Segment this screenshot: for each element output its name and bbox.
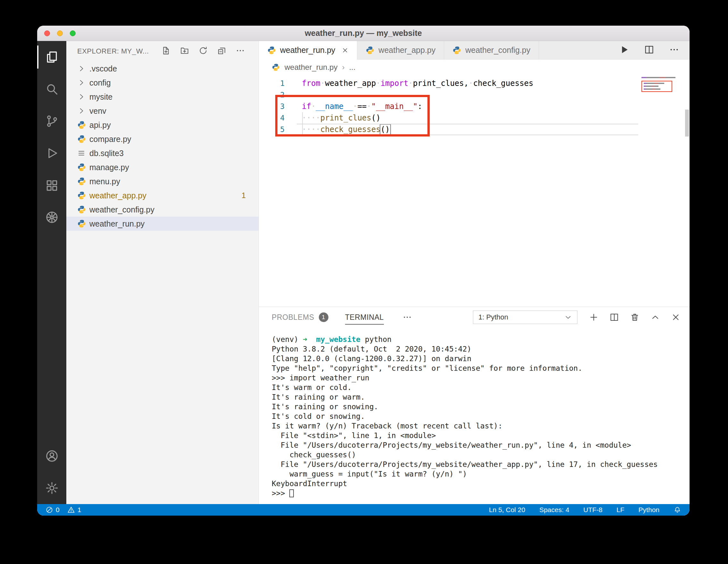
status-problems-errors[interactable]: 0	[45, 506, 60, 514]
chevron-right-icon	[77, 64, 89, 73]
new-terminal-button[interactable]	[589, 312, 599, 322]
file-weather_app.py[interactable]: weather_app.py1	[66, 188, 259, 203]
tab-weather_config.py[interactable]: weather_config.py	[444, 41, 539, 59]
file-label: .vscode	[89, 64, 117, 73]
terminal-line: File "/Users/ducoterra/Projects/my_websi…	[272, 440, 690, 450]
status-indentation[interactable]: Spaces: 4	[539, 506, 569, 514]
chevron-down-icon	[564, 313, 572, 321]
code-line-2[interactable]: 2	[259, 89, 690, 101]
ellipsis-icon[interactable]	[236, 46, 245, 57]
activity-settings[interactable]	[37, 472, 66, 504]
collapse-all-icon[interactable]	[217, 46, 227, 57]
minimap[interactable]	[641, 77, 684, 92]
problem-count-badge: 1	[242, 191, 246, 200]
tab-weather_app.py[interactable]: weather_app.py	[357, 41, 444, 59]
close-tab-icon[interactable]	[342, 47, 349, 54]
breadcrumb-separator: ›	[342, 63, 344, 72]
terminal-output[interactable]: (venv) ➜ my_website pythonPython 3.8.2 (…	[259, 328, 690, 504]
breadcrumb[interactable]: weather_run.py › ...	[259, 60, 690, 75]
status-notifications[interactable]	[674, 506, 681, 514]
editor-scrollbar[interactable]	[685, 110, 689, 137]
status-problems-warnings[interactable]: 1	[67, 506, 81, 514]
terminal-line: [Clang 12.0.0 (clang-1200.0.32.27)] on d…	[272, 354, 690, 363]
line-number: 3	[259, 101, 285, 112]
panel-tab-problems[interactable]: PROBLEMS1	[272, 307, 328, 328]
breadcrumb-file[interactable]: weather_run.py	[285, 63, 337, 72]
file-.vscode[interactable]: .vscode	[66, 62, 259, 76]
activity-kubernetes[interactable]	[37, 201, 66, 233]
line-number: 1	[259, 78, 285, 89]
ellipsis-button[interactable]	[669, 45, 679, 56]
tab-weather_run.py[interactable]: weather_run.py	[259, 41, 357, 59]
activity-source-control[interactable]	[37, 105, 66, 137]
activity-account[interactable]	[37, 440, 66, 472]
file-manage.py[interactable]: manage.py	[66, 160, 259, 174]
explorer-icon	[45, 50, 59, 64]
terminal-line: check_guesses()	[272, 450, 690, 460]
close-window-button[interactable]	[44, 30, 50, 36]
terminal-selector[interactable]: 1: Python	[473, 311, 577, 324]
editor-group: weather_run.pyweather_app.pyweather_conf…	[259, 41, 690, 504]
window-controls	[44, 26, 76, 41]
vscode-window: weather_run.py — my_website EXPLORER: MY…	[37, 26, 690, 516]
run-button[interactable]	[619, 45, 629, 56]
terminal-cursor	[289, 489, 294, 497]
chevron-right-icon	[77, 107, 89, 115]
panel-tab-terminal[interactable]: TERMINAL	[345, 307, 384, 328]
explorer-sidebar: EXPLORER: MY_W... .vscodeconfigmysiteven…	[66, 41, 259, 504]
file-api.py[interactable]: api.py	[66, 118, 259, 132]
file-menu.py[interactable]: menu.py	[66, 174, 259, 188]
panel-actions	[589, 312, 681, 322]
status-cursor-position[interactable]: Ln 5, Col 20	[489, 506, 525, 514]
status-encoding[interactable]: UTF-8	[583, 506, 603, 514]
tab-bar: weather_run.pyweather_app.pyweather_conf…	[259, 41, 690, 60]
code-line-5[interactable]: 5····check_guesses()	[259, 124, 690, 135]
code-editor[interactable]: 1from·weather_app·import·print_clues,·ch…	[259, 75, 690, 307]
terminal-line: (venv) ➜ my_website python	[272, 335, 690, 344]
file-weather_run.py[interactable]: weather_run.py	[66, 217, 259, 231]
breadcrumb-symbols[interactable]: ...	[349, 63, 355, 72]
activity-explorer[interactable]	[37, 41, 66, 73]
activity-extensions[interactable]	[37, 169, 66, 201]
line-number: 4	[259, 112, 285, 124]
terminal-selector-value: 1: Python	[478, 313, 508, 321]
kill-terminal-button[interactable]	[630, 312, 640, 322]
panel-more-icon[interactable]	[402, 312, 412, 322]
file-weather_config.py[interactable]: weather_config.py	[66, 203, 259, 217]
code-line-3[interactable]: 3if·__name__·==·"__main__":	[259, 101, 690, 112]
maximize-panel-button[interactable]	[650, 312, 660, 322]
panel-header: PROBLEMS1TERMINAL 1: Python	[259, 307, 690, 328]
status-end-of-line[interactable]: LF	[616, 506, 625, 514]
file-config[interactable]: config	[66, 76, 259, 90]
terminal-line: Type "help", "copyright", "credits" or "…	[272, 363, 690, 373]
panel: PROBLEMS1TERMINAL 1: Python (venv) ➜ my_…	[259, 307, 690, 504]
warning-icon	[67, 506, 75, 514]
code-line-4[interactable]: 4····print_clues()	[259, 112, 690, 124]
python-icon	[77, 177, 89, 186]
file-db.sqlite3[interactable]: db.sqlite3	[66, 146, 259, 160]
sidebar-actions	[161, 46, 245, 57]
zoom-window-button[interactable]	[70, 30, 76, 36]
split-terminal-button[interactable]	[609, 312, 619, 322]
file-list: .vscodeconfigmysitevenvapi.pycompare.pyd…	[66, 62, 259, 231]
close-panel-button[interactable]	[671, 312, 681, 322]
minimize-window-button[interactable]	[57, 30, 63, 36]
file-venv[interactable]: venv	[66, 104, 259, 118]
python-icon	[77, 120, 89, 129]
file-mysite[interactable]: mysite	[66, 90, 259, 104]
code-line-1[interactable]: 1from·weather_app·import·print_clues,·ch…	[259, 78, 690, 89]
terminal-line: >>> import weather_run	[272, 373, 690, 383]
file-label: weather_config.py	[89, 205, 154, 214]
activity-run-and-debug[interactable]	[37, 137, 66, 169]
new-file-icon[interactable]	[161, 46, 171, 57]
file-label: weather_run.py	[89, 219, 145, 228]
status-language-mode[interactable]: Python	[639, 506, 659, 514]
file-compare.py[interactable]: compare.py	[66, 132, 259, 146]
title-bar[interactable]: weather_run.py — my_website	[37, 26, 690, 41]
split-editor-button[interactable]	[644, 45, 654, 56]
new-folder-icon[interactable]	[180, 46, 189, 57]
file-label: db.sqlite3	[89, 149, 124, 158]
activity-search[interactable]	[37, 73, 66, 105]
minimap-annotation	[641, 81, 672, 92]
refresh-icon[interactable]	[198, 46, 208, 57]
